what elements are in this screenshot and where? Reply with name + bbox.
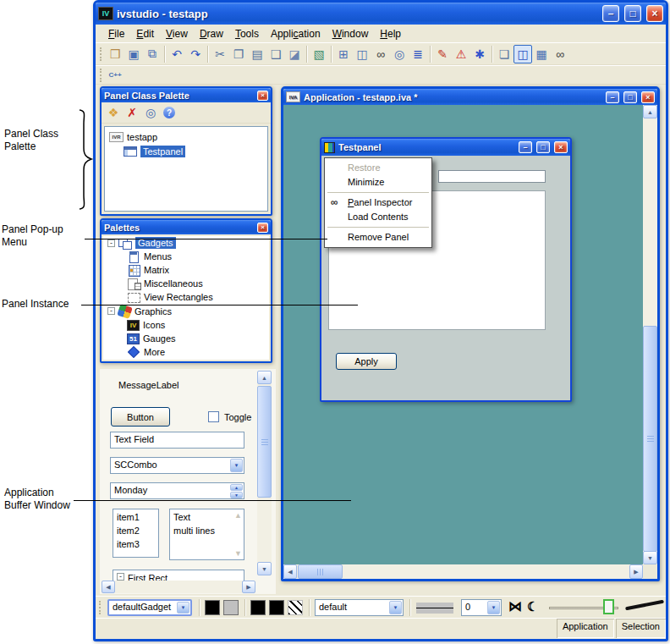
delete-panel-icon[interactable]: ✗ <box>123 103 141 122</box>
properties-icon[interactable]: ≣ <box>409 45 427 63</box>
add-panel-icon[interactable]: ❖ <box>104 103 123 122</box>
inspect-panel-icon[interactable]: ◎ <box>141 103 160 122</box>
slider-thumb[interactable] <box>603 599 614 614</box>
redo-icon[interactable]: ↷ <box>186 45 205 63</box>
close-icon[interactable]: × <box>257 91 268 101</box>
menu-edit[interactable]: Edit <box>130 26 160 41</box>
line-style-combo[interactable]: default ▼ <box>315 599 404 616</box>
scrollbar-thumb[interactable] <box>298 564 343 579</box>
debug-icon[interactable]: ✱ <box>470 45 489 63</box>
maximize-button[interactable]: □ <box>623 91 637 103</box>
palettes-titlebar[interactable]: Palettes × <box>102 220 271 234</box>
menu-item-remove-panel[interactable]: Remove Panel <box>326 230 431 245</box>
menu-window[interactable]: Window <box>327 26 375 41</box>
tree-item-menus[interactable]: Menus <box>103 250 269 263</box>
toggle-label[interactable]: Toggle <box>224 412 251 422</box>
panel-class-palette-titlebar[interactable]: Panel Class Palette × <box>102 88 271 102</box>
fill-color-swatch[interactable] <box>250 600 266 615</box>
menu-item-restore[interactable]: Restore <box>326 161 431 175</box>
menu-view[interactable]: View <box>160 26 194 41</box>
menu-application[interactable]: Application <box>265 26 327 41</box>
collapse-icon[interactable]: - <box>107 307 115 315</box>
apply-button[interactable]: Apply <box>336 353 397 370</box>
default-gadget-combo[interactable]: defaultGadget ▼ <box>107 599 192 616</box>
vertical-scrollbar[interactable]: ▲ ▼ <box>257 371 272 575</box>
close-button[interactable]: × <box>554 141 568 153</box>
scroll-left-icon[interactable]: ◀ <box>283 564 297 579</box>
main-titlebar[interactable]: IV ivstudio - testapp – □ × <box>96 3 666 25</box>
spin-up-icon[interactable]: ▲ <box>230 484 243 491</box>
open-buffer-icon[interactable]: ❏ <box>495 45 513 63</box>
chevron-down-icon[interactable]: ▼ <box>487 601 500 614</box>
tree-item-icons[interactable]: IV Icons <box>103 318 269 332</box>
image-editor-icon[interactable]: ▧ <box>310 45 328 63</box>
close-button[interactable]: × <box>646 5 663 22</box>
minimize-button[interactable]: – <box>602 5 619 22</box>
foreground-color-swatch[interactable] <box>205 600 220 615</box>
tree-item-testapp[interactable]: IVR testapp <box>105 129 267 144</box>
horizontal-scrollbar[interactable]: ◀ ▶ <box>283 564 643 579</box>
menu-item-panel-inspector[interactable]: Panel Inspector∞ <box>326 195 431 210</box>
tree-item-more[interactable]: More <box>103 345 269 359</box>
scroll-up-icon[interactable]: ▲ <box>643 105 657 118</box>
close-button[interactable]: × <box>641 91 655 103</box>
script-editor-icon[interactable]: ✎ <box>433 45 452 63</box>
menu-item-minimize[interactable]: Minimize <box>326 175 431 190</box>
toolbar-grip[interactable] <box>100 47 102 61</box>
scroll-right-icon[interactable]: ▶ <box>242 581 255 593</box>
panel-text-field[interactable] <box>438 170 546 183</box>
resize-panel-icon[interactable]: ⊞ <box>334 45 353 63</box>
line-width-combo[interactable]: 0 ▼ <box>461 599 502 616</box>
error-log-icon[interactable]: ⚠ <box>452 45 470 63</box>
close-icon[interactable]: × <box>257 223 268 233</box>
border-color-swatch[interactable] <box>269 600 284 615</box>
save-all-icon[interactable]: ⧉ <box>143 45 162 63</box>
toolbar-grip[interactable] <box>99 601 102 614</box>
sample-combo[interactable]: SCCombo ▼ <box>110 457 244 474</box>
menu-draw[interactable]: Draw <box>194 26 229 41</box>
maximize-button[interactable]: □ <box>536 141 550 153</box>
sample-button[interactable]: Button <box>111 407 170 427</box>
menu-item-load-contents[interactable]: Load Contents <box>326 210 431 224</box>
application-titlebar[interactable]: IVA Application - testapp.iva * – □ × <box>283 89 657 105</box>
diagonal-line-icon[interactable] <box>625 600 664 611</box>
list-item[interactable]: item3 <box>113 537 158 551</box>
code-generate-icon[interactable]: C++ <box>106 66 124 85</box>
paste-icon[interactable]: ▤ <box>248 45 266 63</box>
buffer-edit-icon[interactable]: ▦ <box>532 45 551 63</box>
spin-down-icon[interactable]: ▼ <box>230 492 243 498</box>
tree-item-view-rectangles[interactable]: View Rectangles <box>103 290 269 304</box>
collapse-icon[interactable]: - <box>117 573 124 581</box>
line-preview[interactable] <box>416 603 453 614</box>
sample-text-field[interactable]: Text Field <box>110 432 244 449</box>
duplicate-icon[interactable]: ❑ <box>266 45 285 63</box>
hatch-pattern-swatch[interactable] <box>288 600 303 615</box>
list-item[interactable]: item2 <box>113 524 158 537</box>
help-icon[interactable]: ? <box>160 103 178 122</box>
menu-file[interactable]: File <box>102 26 130 41</box>
crescent-icon[interactable]: ☾ <box>527 599 538 614</box>
undo-icon[interactable]: ↶ <box>168 45 186 63</box>
vertical-scrollbar[interactable]: ▲ ▼ <box>643 105 657 564</box>
scroll-up-icon[interactable]: ▲ <box>234 511 242 520</box>
inspector-icon[interactable]: ◎ <box>390 45 409 63</box>
copy-icon[interactable]: ❐ <box>229 45 248 63</box>
minimize-button[interactable]: – <box>519 141 532 153</box>
chevron-down-icon[interactable]: ▼ <box>389 601 402 614</box>
bowtie-arrow-style-icon[interactable]: ⋈ <box>508 598 522 614</box>
list-item[interactable]: item1 <box>113 510 158 524</box>
open-icon[interactable]: ❒ <box>106 45 124 63</box>
background-color-swatch[interactable] <box>223 600 239 615</box>
tree-item-miscellaneous[interactable]: Miscellaneous <box>103 277 269 290</box>
cut-icon[interactable]: ✂ <box>211 45 229 63</box>
toolbar-grip[interactable] <box>100 69 102 82</box>
scroll-up-icon[interactable]: ▲ <box>257 371 272 384</box>
sample-textarea[interactable]: Text multi lines ▲ ▼ <box>169 509 244 560</box>
chevron-down-icon[interactable]: ▼ <box>230 459 243 472</box>
maximize-button[interactable]: □ <box>624 5 641 22</box>
chevron-down-icon[interactable]: ▼ <box>177 602 189 614</box>
message-label[interactable]: MessageLabel <box>118 380 179 390</box>
scroll-down-icon[interactable]: ▼ <box>257 562 272 575</box>
scrollbar-thumb[interactable] <box>257 386 272 498</box>
find-icon[interactable]: ∞ <box>371 45 390 63</box>
